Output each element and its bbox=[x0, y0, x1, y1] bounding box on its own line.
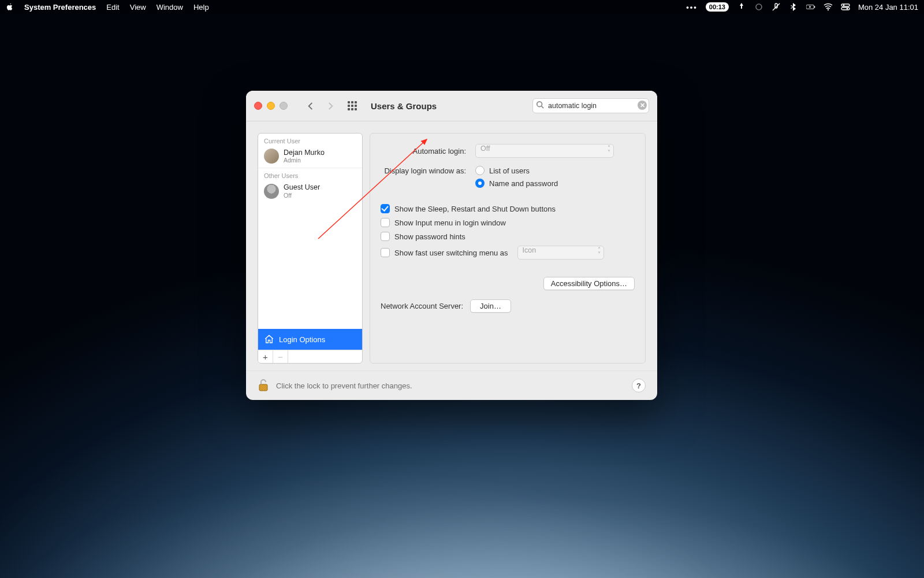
user-name: Dejan Murko bbox=[284, 149, 325, 157]
nav-forward-button bbox=[326, 102, 335, 110]
remove-user-button: − bbox=[273, 350, 288, 363]
show-all-prefs-button[interactable] bbox=[348, 101, 357, 110]
svg-point-6 bbox=[843, 5, 845, 6]
sidebar-header-current: Current User bbox=[258, 134, 362, 147]
checkbox-icon bbox=[381, 204, 390, 213]
automatic-login-select[interactable]: Off bbox=[475, 144, 614, 158]
system-preferences-window: Users & Groups ✕ Current User Dejan Murk… bbox=[246, 91, 657, 400]
sidebar-header-other: Other Users bbox=[258, 168, 362, 181]
automatic-login-label: Automatic login: bbox=[381, 147, 470, 155]
chevrons-icon: ˄˅ bbox=[608, 146, 610, 155]
active-app-name[interactable]: System Preferences bbox=[24, 3, 96, 12]
checkbox-show-sleep-restart[interactable]: Show the Sleep, Restart and Shut Down bu… bbox=[381, 204, 635, 213]
window-titlebar: Users & Groups ✕ bbox=[246, 91, 657, 121]
status-icon-1[interactable] bbox=[737, 2, 746, 12]
svg-rect-5 bbox=[841, 4, 850, 6]
user-role: Admin bbox=[284, 157, 325, 164]
sidebar-user-current[interactable]: Dejan Murko Admin bbox=[258, 147, 362, 168]
home-icon bbox=[264, 334, 274, 344]
svg-rect-12 bbox=[259, 384, 267, 391]
users-sidebar: Current User Dejan Murko Admin Other Use… bbox=[258, 133, 363, 364]
window-footer: Click the lock to prevent further change… bbox=[246, 370, 657, 400]
battery-icon[interactable] bbox=[806, 2, 815, 12]
window-title: Users & Groups bbox=[371, 101, 437, 111]
search-icon bbox=[536, 101, 544, 111]
join-button[interactable]: Join… bbox=[470, 299, 511, 313]
window-close-button[interactable] bbox=[254, 102, 262, 110]
menu-help[interactable]: Help bbox=[193, 3, 209, 12]
wifi-icon[interactable] bbox=[824, 2, 833, 12]
avatar bbox=[264, 149, 279, 164]
accessibility-options-button[interactable]: Accessibility Options… bbox=[543, 277, 635, 290]
timer-badge[interactable]: 00:13 bbox=[706, 2, 729, 12]
radio-list-of-users[interactable]: List of users bbox=[475, 166, 558, 175]
svg-line-10 bbox=[542, 106, 544, 109]
preferences-search: ✕ bbox=[532, 98, 649, 113]
display-login-label: Display login window as: bbox=[381, 166, 470, 175]
add-user-button[interactable]: + bbox=[258, 350, 273, 363]
svg-point-0 bbox=[756, 4, 762, 10]
sidebar-user-guest[interactable]: Guest User Off bbox=[258, 181, 362, 202]
checkbox-fast-user-switching[interactable]: Show fast user switching menu as Icon ˄˅ bbox=[381, 246, 635, 260]
window-minimize-button[interactable] bbox=[267, 102, 275, 110]
sidebar-login-options[interactable]: Login Options bbox=[258, 329, 362, 350]
checkbox-icon bbox=[381, 232, 390, 241]
menu-view[interactable]: View bbox=[130, 3, 146, 12]
login-options-label: Login Options bbox=[279, 335, 325, 344]
checkbox-icon bbox=[381, 248, 390, 257]
mic-muted-icon[interactable] bbox=[772, 2, 781, 12]
fast-switch-select: Icon bbox=[517, 246, 604, 260]
chevrons-icon: ˄˅ bbox=[598, 247, 601, 257]
radio-icon bbox=[475, 179, 485, 188]
window-traffic-lights bbox=[254, 102, 288, 110]
checkbox-show-input-menu[interactable]: Show Input menu in login window bbox=[381, 218, 635, 227]
radio-icon bbox=[475, 166, 485, 175]
lock-hint-text: Click the lock to prevent further change… bbox=[276, 381, 412, 390]
svg-point-4 bbox=[828, 9, 829, 10]
control-center-icon[interactable] bbox=[841, 2, 850, 12]
radio-name-and-password[interactable]: Name and password bbox=[475, 179, 558, 188]
user-role: Off bbox=[284, 192, 320, 199]
bluetooth-icon[interactable] bbox=[789, 2, 798, 12]
menubar-clock[interactable]: Mon 24 Jan 11:01 bbox=[858, 3, 918, 12]
search-clear-button[interactable]: ✕ bbox=[638, 101, 647, 110]
svg-line-1 bbox=[773, 3, 780, 10]
svg-rect-3 bbox=[814, 6, 815, 8]
search-input[interactable] bbox=[532, 98, 649, 113]
svg-point-8 bbox=[847, 8, 848, 10]
lock-icon[interactable] bbox=[258, 378, 269, 394]
help-button[interactable]: ? bbox=[632, 379, 646, 392]
svg-rect-7 bbox=[841, 8, 850, 10]
checkbox-show-password-hints[interactable]: Show password hints bbox=[381, 232, 635, 241]
menu-bar: System Preferences Edit View Window Help… bbox=[0, 0, 924, 14]
menu-window[interactable]: Window bbox=[157, 3, 183, 12]
status-icon-2[interactable] bbox=[754, 2, 763, 12]
apple-menu-icon[interactable] bbox=[6, 3, 14, 11]
checkbox-icon bbox=[381, 218, 390, 227]
user-name: Guest User bbox=[284, 183, 320, 191]
avatar bbox=[264, 184, 279, 199]
window-zoom-button[interactable] bbox=[280, 102, 288, 110]
svg-point-9 bbox=[537, 102, 542, 107]
network-account-label: Network Account Server: bbox=[381, 302, 463, 310]
nav-back-button[interactable] bbox=[306, 102, 315, 110]
login-options-pane: Automatic login: Off ˄˅ Display login wi… bbox=[370, 133, 646, 364]
menu-edit[interactable]: Edit bbox=[106, 3, 119, 12]
menubar-extra-ellipsis-icon[interactable]: ••• bbox=[686, 3, 698, 12]
